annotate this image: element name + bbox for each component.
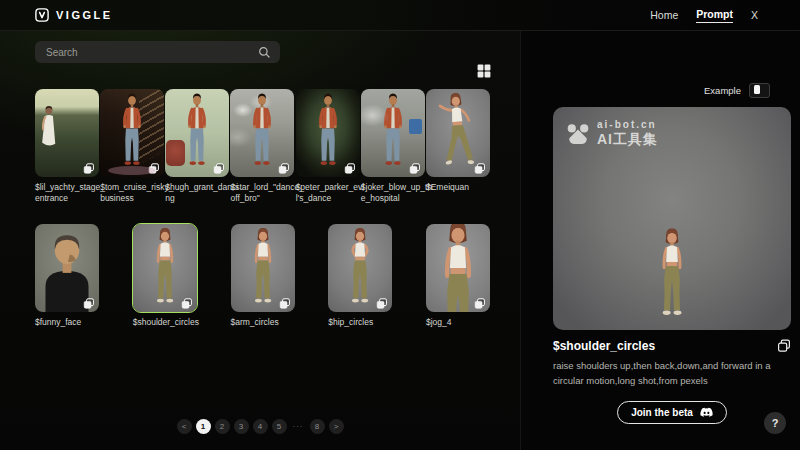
thumbnail-image: [361, 89, 425, 177]
gallery-item-label: $Emeiquan: [426, 182, 500, 208]
copy-icon[interactable]: [474, 296, 486, 308]
pagination-next[interactable]: >: [329, 419, 344, 434]
gallery-item-label: $lil_yachty_stage_entrance: [35, 182, 109, 208]
preview-card[interactable]: ai-bot.cn AI工具集: [553, 107, 791, 330]
copy-icon[interactable]: [83, 296, 95, 308]
search-bar[interactable]: [35, 41, 280, 63]
example-label: Example: [704, 85, 741, 96]
gallery-item[interactable]: $hugh_grant_dancing: [165, 89, 229, 208]
thumbnail-image: [296, 89, 360, 177]
thumbnail-image: [165, 89, 229, 177]
header: VIGGLE HomePromptX: [0, 0, 800, 31]
thumbnail-figure: [361, 89, 425, 177]
copy-icon[interactable]: [409, 161, 421, 173]
main: $lil_yachty_stage_entrance $tom_cruise_r…: [0, 31, 800, 450]
pagination-page-2[interactable]: 2: [215, 419, 230, 434]
grid-view-icon: [477, 64, 491, 78]
example-toggle-knob: [754, 85, 760, 94]
pagination-page-4[interactable]: 4: [253, 419, 268, 434]
grid-view-button[interactable]: [477, 64, 492, 79]
gallery-item-label: $hip_circles: [328, 317, 402, 343]
preview-title: $shoulder_circles: [553, 339, 655, 353]
copy-icon[interactable]: [278, 161, 290, 173]
copy-prompt-icon[interactable]: [777, 339, 791, 353]
help-button[interactable]: ?: [764, 412, 786, 434]
thumbnail-image: [35, 89, 99, 177]
join-beta-label: Join the beta: [631, 407, 693, 418]
gallery-item[interactable]: $lil_yachty_stage_entrance: [35, 89, 99, 208]
gallery-item[interactable]: $arm_circles: [231, 224, 295, 343]
join-beta-button[interactable]: Join the beta: [617, 401, 727, 424]
gallery-item-label: $star_lord_"dance_off_bro": [230, 182, 304, 208]
thumbnail-image: [35, 224, 99, 312]
thumbnail-image: [231, 224, 295, 312]
brand-name: VIGGLE: [56, 9, 113, 21]
join-beta-row: Join the beta: [553, 401, 791, 424]
search-icon: [258, 46, 271, 59]
thumbnail-image: [426, 89, 490, 177]
gallery-item[interactable]: $tom_cruise_risky_business: [100, 89, 164, 208]
gallery-panel: $lil_yachty_stage_entrance $tom_cruise_r…: [0, 31, 520, 450]
gallery-item-label: $tom_cruise_risky_business: [100, 182, 174, 208]
gallery-item[interactable]: $hip_circles: [328, 224, 392, 343]
preview-panel: Example ai-bot.cn AI工具集 $shoulde: [520, 31, 800, 450]
thumbnail-image: [328, 224, 392, 312]
pagination-ellipsis: ···: [291, 419, 306, 434]
preview-figure: [638, 154, 706, 326]
gallery-item[interactable]: $funny_face: [35, 224, 99, 343]
gallery-item-label: $peter_parker_evil's_dance: [296, 182, 370, 208]
thumbnail-image: [100, 89, 164, 177]
watermark-line2: AI工具集: [597, 131, 658, 149]
pagination-page-1[interactable]: 1: [196, 419, 211, 434]
gallery-item-label: $joker_blow_up_the_hospital: [361, 182, 435, 208]
pagination-page-8[interactable]: 8: [310, 419, 325, 434]
gallery-grid: $lil_yachty_stage_entrance $tom_cruise_r…: [35, 89, 490, 359]
copy-icon[interactable]: [181, 296, 193, 308]
nav-home[interactable]: Home: [650, 9, 678, 21]
gallery-item[interactable]: $jog_4: [426, 224, 490, 343]
nav-x[interactable]: X: [751, 9, 758, 21]
gallery-item-label: $funny_face: [35, 317, 109, 343]
pagination-page-5[interactable]: 5: [272, 419, 287, 434]
gallery-item[interactable]: $star_lord_"dance_off_bro": [230, 89, 294, 208]
thumbnail-image: [133, 224, 197, 312]
copy-icon[interactable]: [344, 161, 356, 173]
search-input[interactable]: [44, 46, 258, 59]
gallery-item-label: $jog_4: [426, 317, 500, 343]
copy-icon[interactable]: [83, 161, 95, 173]
preview-description: raise shoulders up,then back,down,and fo…: [553, 359, 797, 388]
copy-icon[interactable]: [148, 161, 160, 173]
gallery-item[interactable]: $joker_blow_up_the_hospital: [361, 89, 425, 208]
pagination-page-3[interactable]: 3: [234, 419, 249, 434]
gallery-item-label: $arm_circles: [231, 317, 305, 343]
thumbnail-image: [426, 224, 490, 312]
watermark-logo-icon: [566, 123, 590, 146]
watermark-text: ai-bot.cn AI工具集: [597, 119, 658, 149]
pagination-prev[interactable]: <: [177, 419, 192, 434]
gallery-item[interactable]: $shoulder_circles: [133, 224, 197, 343]
copy-icon[interactable]: [279, 296, 291, 308]
header-nav: HomePromptX: [650, 8, 758, 23]
brand[interactable]: VIGGLE: [35, 8, 113, 22]
pagination: <12345···8>: [0, 419, 520, 434]
example-row: Example: [521, 31, 800, 98]
nav-prompt[interactable]: Prompt: [696, 8, 733, 23]
viggle-logo-icon: [35, 8, 49, 22]
gallery-item-label: $hugh_grant_dancing: [165, 182, 239, 208]
thumbnail-image: [230, 89, 294, 177]
preview-title-row: $shoulder_circles: [553, 339, 791, 353]
example-toggle[interactable]: [749, 83, 770, 98]
gallery-item[interactable]: $peter_parker_evil's_dance: [296, 89, 360, 208]
copy-icon[interactable]: [474, 161, 486, 173]
copy-icon[interactable]: [376, 296, 388, 308]
discord-icon: [700, 407, 713, 418]
watermark-line1: ai-bot.cn: [597, 119, 658, 130]
gallery-item-label: $shoulder_circles: [133, 317, 207, 343]
copy-icon[interactable]: [213, 161, 225, 173]
gallery-item[interactable]: $Emeiquan: [426, 89, 490, 208]
watermark: ai-bot.cn AI工具集: [566, 119, 658, 149]
